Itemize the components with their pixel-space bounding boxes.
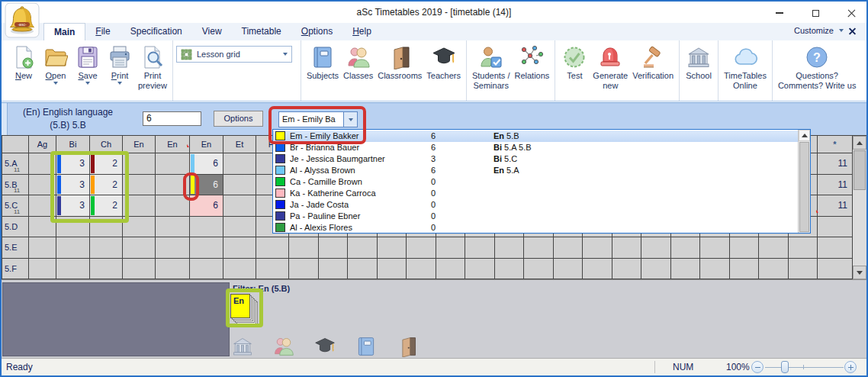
grid-cell[interactable] — [156, 195, 190, 217]
toolbar-button-classes[interactable]: Classes — [341, 43, 375, 81]
menu-item-specification[interactable]: Specification — [121, 23, 192, 40]
grid-cell[interactable] — [789, 237, 818, 259]
asc-bell-logo[interactable]: -asc- — [5, 2, 40, 38]
toolbar-button-teachers[interactable]: Teachers — [424, 43, 463, 81]
column-header-en-4[interactable]: En — [156, 136, 190, 153]
grid-cell[interactable]: 6 — [190, 195, 223, 217]
teacher-list-item[interactable]: Em - Emily Bakker6En 5.B — [273, 130, 798, 142]
grid-cell[interactable] — [56, 259, 90, 280]
teacher-list-item[interactable]: Ka - Katherine Carroca0 — [273, 188, 798, 199]
grid-cell[interactable] — [90, 217, 123, 238]
grid-cell[interactable] — [56, 237, 90, 259]
column-header-ag-0[interactable]: Ag — [29, 136, 56, 153]
toolbar-button-school[interactable]: School — [683, 43, 715, 81]
grid-cell[interactable] — [378, 237, 407, 259]
grid-cell[interactable] — [407, 259, 436, 280]
grid-cell[interactable]: 2 — [90, 153, 123, 175]
grid-cell[interactable] — [123, 153, 156, 175]
column-header-ch-2[interactable]: Ch — [90, 136, 123, 153]
grid-cell[interactable] — [190, 217, 223, 238]
grid-cell[interactable] — [524, 237, 554, 259]
grid-cell[interactable] — [671, 237, 701, 259]
grid-cell[interactable] — [583, 259, 612, 280]
menu-item-options[interactable]: Options — [291, 23, 342, 40]
toolbar-button-students-seminars[interactable]: Students / Seminars — [470, 43, 513, 90]
teacher-list-item[interactable]: Je - Jessica Baumgartner3Bi 5.C — [273, 153, 798, 165]
grid-cell[interactable] — [29, 153, 56, 175]
grid-cell[interactable] — [407, 237, 436, 259]
dropdown-arrow-icon[interactable] — [117, 82, 122, 85]
grid-vertical-scrollbar[interactable] — [853, 136, 867, 279]
grid-cell[interactable] — [378, 259, 407, 280]
grid-cell[interactable] — [223, 217, 256, 238]
toolbar-button-open[interactable]: Open — [40, 43, 72, 85]
grid-cell[interactable]: 6 — [190, 175, 223, 196]
grid-cell[interactable] — [190, 237, 223, 259]
row-label-5c[interactable]: 5.C11 — [2, 195, 29, 217]
scroll-down-button[interactable] — [853, 266, 866, 279]
grid-cell[interactable] — [583, 237, 612, 259]
teacher-combo-dropdown-button[interactable] — [344, 111, 358, 127]
zoom-slider-thumb[interactable] — [781, 361, 789, 373]
grid-cell[interactable] — [465, 237, 495, 259]
grid-cell[interactable] — [789, 259, 818, 280]
grid-cell[interactable] — [641, 259, 671, 280]
teacher-list-item[interactable]: Al - Alyssa Brown6En 5.A — [273, 165, 798, 176]
grid-cell[interactable] — [223, 153, 256, 175]
toolbar-button-relations[interactable]: Relations — [513, 43, 552, 81]
grid-cell[interactable] — [289, 237, 319, 259]
teacher-combo-value[interactable]: Em - Emily Ba — [278, 111, 344, 127]
row-label-5a[interactable]: 5.A11 — [2, 153, 29, 175]
column-header-bi-1[interactable]: Bi — [56, 136, 90, 153]
grid-cell[interactable] — [29, 237, 56, 259]
grid-cell[interactable] — [289, 259, 319, 280]
grid-cell[interactable] — [554, 259, 583, 280]
grid-cell[interactable]: 6 — [190, 153, 223, 175]
grid-cell[interactable] — [223, 195, 256, 217]
row-label-5d[interactable]: 5.D — [2, 217, 29, 238]
grid-cell[interactable] — [436, 259, 466, 280]
grid-cell[interactable] — [319, 259, 349, 280]
grid-cell[interactable] — [671, 259, 701, 280]
teacher-combo[interactable]: Em - Emily Ba — [278, 111, 358, 127]
grid-cell[interactable] — [256, 237, 289, 259]
scroll-thumb[interactable] — [854, 150, 866, 190]
menu-item-file[interactable]: File — [85, 23, 120, 40]
scroll-thumb[interactable] — [799, 142, 809, 232]
grid-cell[interactable] — [641, 237, 671, 259]
grid-cell[interactable] — [156, 175, 190, 196]
zoom-slider-track[interactable] — [765, 367, 844, 368]
grid-cell[interactable] — [730, 259, 760, 280]
toolbar-button-new[interactable]: New — [8, 43, 40, 81]
grid-cell[interactable] — [436, 237, 466, 259]
grid-cell[interactable]: 3 — [56, 175, 90, 196]
grid-cell[interactable] — [56, 217, 90, 238]
grid-cell[interactable] — [256, 259, 289, 280]
close-ribbon-button[interactable] — [849, 27, 856, 34]
grid-cell[interactable]: 3 — [56, 195, 90, 217]
toolbar-button-classrooms[interactable]: Classrooms — [375, 43, 424, 81]
teacher-list-item[interactable]: Br - Brianna Bauer6Bi 5.A 5.B — [273, 142, 798, 153]
unplaced-cards-area[interactable] — [2, 282, 230, 356]
zoom-out-button[interactable] — [751, 361, 764, 373]
grid-cell[interactable] — [554, 237, 583, 259]
grid-cell[interactable] — [29, 195, 56, 217]
subjects-book-mini-button[interactable] — [355, 336, 377, 360]
row-label-5f[interactable]: 5.F — [2, 259, 29, 280]
toolbar-button-test[interactable]: Test — [558, 43, 590, 81]
toolbar-button-questions-comments-write-us[interactable]: ?Questions? Comments? Write us — [776, 43, 859, 90]
grid-cell[interactable] — [495, 259, 525, 280]
grid-cell[interactable] — [495, 237, 525, 259]
teacher-list-item[interactable]: Ja - Jade Costa0 — [273, 199, 798, 211]
classroom-door-mini-button[interactable] — [397, 336, 418, 360]
grid-cell[interactable]: 2 — [90, 195, 123, 217]
grid-cell[interactable] — [156, 237, 190, 259]
options-button[interactable]: Options — [214, 111, 263, 127]
grid-cell[interactable] — [465, 259, 495, 280]
grid-cell[interactable] — [29, 175, 56, 196]
teacher-cap-mini-button[interactable] — [314, 336, 336, 360]
grid-cell[interactable] — [700, 259, 730, 280]
grid-cell[interactable] — [700, 237, 730, 259]
scroll-up-button[interactable] — [853, 136, 866, 150]
grid-cell[interactable] — [29, 217, 56, 238]
